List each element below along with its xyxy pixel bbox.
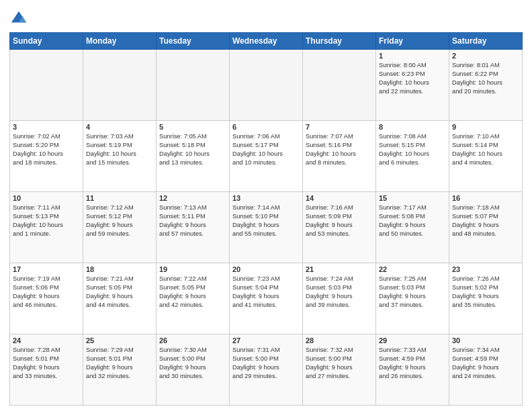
day-number: 2 bbox=[452, 52, 519, 60]
calendar-cell: 12Sunrise: 7:13 AM Sunset: 5:11 PM Dayli… bbox=[157, 192, 230, 263]
calendar-cell: 14Sunrise: 7:16 AM Sunset: 5:09 PM Dayli… bbox=[303, 192, 376, 263]
calendar-header-sunday: Sunday bbox=[10, 33, 83, 50]
calendar-cell: 18Sunrise: 7:21 AM Sunset: 5:05 PM Dayli… bbox=[83, 263, 157, 334]
cell-info: Sunrise: 7:07 AM Sunset: 5:16 PM Dayligh… bbox=[306, 132, 373, 167]
calendar-cell: 7Sunrise: 7:07 AM Sunset: 5:16 PM Daylig… bbox=[303, 121, 376, 192]
calendar-cell: 17Sunrise: 7:19 AM Sunset: 5:06 PM Dayli… bbox=[10, 263, 83, 334]
calendar-cell bbox=[10, 50, 83, 121]
cell-info: Sunrise: 7:32 AM Sunset: 5:00 PM Dayligh… bbox=[306, 346, 373, 381]
page: SundayMondayTuesdayWednesdayThursdayFrid… bbox=[0, 0, 532, 411]
calendar-cell: 25Sunrise: 7:29 AM Sunset: 5:01 PM Dayli… bbox=[83, 334, 157, 406]
calendar-week-row: 17Sunrise: 7:19 AM Sunset: 5:06 PM Dayli… bbox=[10, 263, 523, 334]
calendar-cell: 2Sunrise: 8:01 AM Sunset: 6:22 PM Daylig… bbox=[449, 50, 523, 121]
cell-info: Sunrise: 7:31 AM Sunset: 5:00 PM Dayligh… bbox=[232, 346, 300, 381]
day-number: 18 bbox=[86, 265, 153, 273]
cell-info: Sunrise: 7:26 AM Sunset: 5:02 PM Dayligh… bbox=[452, 275, 519, 310]
day-number: 28 bbox=[306, 336, 373, 345]
calendar-cell: 15Sunrise: 7:17 AM Sunset: 5:08 PM Dayli… bbox=[376, 192, 449, 263]
calendar-cell: 27Sunrise: 7:31 AM Sunset: 5:00 PM Dayli… bbox=[230, 334, 303, 406]
cell-info: Sunrise: 7:11 AM Sunset: 5:13 PM Dayligh… bbox=[13, 203, 80, 238]
day-number: 7 bbox=[306, 123, 373, 131]
calendar-header-friday: Friday bbox=[376, 33, 449, 50]
calendar-cell: 10Sunrise: 7:11 AM Sunset: 5:13 PM Dayli… bbox=[10, 192, 83, 263]
cell-info: Sunrise: 7:25 AM Sunset: 5:03 PM Dayligh… bbox=[379, 275, 446, 310]
cell-info: Sunrise: 7:02 AM Sunset: 5:20 PM Dayligh… bbox=[13, 132, 80, 167]
day-number: 27 bbox=[232, 336, 300, 345]
cell-info: Sunrise: 7:06 AM Sunset: 5:17 PM Dayligh… bbox=[232, 132, 300, 167]
cell-info: Sunrise: 7:34 AM Sunset: 4:59 PM Dayligh… bbox=[452, 346, 519, 381]
calendar-header-monday: Monday bbox=[83, 33, 157, 50]
cell-info: Sunrise: 8:01 AM Sunset: 6:22 PM Dayligh… bbox=[452, 61, 519, 96]
day-number: 25 bbox=[86, 336, 153, 345]
calendar-header-wednesday: Wednesday bbox=[230, 33, 303, 50]
cell-info: Sunrise: 7:29 AM Sunset: 5:01 PM Dayligh… bbox=[86, 346, 153, 381]
cell-info: Sunrise: 7:10 AM Sunset: 5:14 PM Dayligh… bbox=[452, 132, 519, 167]
calendar-week-row: 3Sunrise: 7:02 AM Sunset: 5:20 PM Daylig… bbox=[10, 121, 523, 192]
calendar-cell: 21Sunrise: 7:24 AM Sunset: 5:03 PM Dayli… bbox=[303, 263, 376, 334]
logo-icon bbox=[9, 9, 28, 28]
calendar-cell: 1Sunrise: 8:00 AM Sunset: 6:23 PM Daylig… bbox=[376, 50, 449, 121]
calendar-cell: 8Sunrise: 7:08 AM Sunset: 5:15 PM Daylig… bbox=[376, 121, 449, 192]
calendar-cell bbox=[157, 50, 230, 121]
day-number: 26 bbox=[159, 336, 226, 345]
calendar-week-row: 24Sunrise: 7:28 AM Sunset: 5:01 PM Dayli… bbox=[10, 334, 523, 406]
calendar-cell: 13Sunrise: 7:14 AM Sunset: 5:10 PM Dayli… bbox=[230, 192, 303, 263]
day-number: 5 bbox=[159, 123, 226, 131]
day-number: 30 bbox=[452, 336, 519, 345]
day-number: 11 bbox=[86, 194, 153, 202]
calendar-cell: 4Sunrise: 7:03 AM Sunset: 5:19 PM Daylig… bbox=[83, 121, 157, 192]
cell-info: Sunrise: 7:22 AM Sunset: 5:05 PM Dayligh… bbox=[159, 275, 226, 310]
calendar-cell: 16Sunrise: 7:18 AM Sunset: 5:07 PM Dayli… bbox=[449, 192, 523, 263]
cell-info: Sunrise: 7:12 AM Sunset: 5:12 PM Dayligh… bbox=[86, 203, 153, 238]
calendar-cell bbox=[230, 50, 303, 121]
cell-info: Sunrise: 7:17 AM Sunset: 5:08 PM Dayligh… bbox=[379, 203, 446, 238]
cell-info: Sunrise: 7:03 AM Sunset: 5:19 PM Dayligh… bbox=[86, 132, 153, 167]
calendar-table: SundayMondayTuesdayWednesdayThursdayFrid… bbox=[9, 32, 523, 406]
calendar-cell: 23Sunrise: 7:26 AM Sunset: 5:02 PM Dayli… bbox=[449, 263, 523, 334]
calendar-cell: 29Sunrise: 7:33 AM Sunset: 4:59 PM Dayli… bbox=[376, 334, 449, 406]
cell-info: Sunrise: 7:18 AM Sunset: 5:07 PM Dayligh… bbox=[452, 203, 519, 238]
day-number: 16 bbox=[452, 194, 519, 202]
cell-info: Sunrise: 7:28 AM Sunset: 5:01 PM Dayligh… bbox=[13, 346, 80, 381]
calendar-cell: 19Sunrise: 7:22 AM Sunset: 5:05 PM Dayli… bbox=[157, 263, 230, 334]
calendar-cell: 30Sunrise: 7:34 AM Sunset: 4:59 PM Dayli… bbox=[449, 334, 523, 406]
day-number: 6 bbox=[232, 123, 300, 131]
calendar-header-tuesday: Tuesday bbox=[157, 33, 230, 50]
calendar-cell: 11Sunrise: 7:12 AM Sunset: 5:12 PM Dayli… bbox=[83, 192, 157, 263]
cell-info: Sunrise: 7:23 AM Sunset: 5:04 PM Dayligh… bbox=[232, 275, 300, 310]
day-number: 8 bbox=[379, 123, 446, 131]
cell-info: Sunrise: 7:14 AM Sunset: 5:10 PM Dayligh… bbox=[232, 203, 300, 238]
day-number: 1 bbox=[379, 52, 446, 60]
calendar-cell: 3Sunrise: 7:02 AM Sunset: 5:20 PM Daylig… bbox=[10, 121, 83, 192]
day-number: 23 bbox=[452, 265, 519, 273]
calendar-cell: 20Sunrise: 7:23 AM Sunset: 5:04 PM Dayli… bbox=[230, 263, 303, 334]
cell-info: Sunrise: 7:33 AM Sunset: 4:59 PM Dayligh… bbox=[379, 346, 446, 381]
calendar-week-row: 10Sunrise: 7:11 AM Sunset: 5:13 PM Dayli… bbox=[10, 192, 523, 263]
day-number: 20 bbox=[232, 265, 300, 273]
calendar-cell: 22Sunrise: 7:25 AM Sunset: 5:03 PM Dayli… bbox=[376, 263, 449, 334]
day-number: 24 bbox=[13, 336, 80, 345]
day-number: 13 bbox=[232, 194, 300, 202]
logo bbox=[9, 9, 31, 28]
calendar-week-row: 1Sunrise: 8:00 AM Sunset: 6:23 PM Daylig… bbox=[10, 50, 523, 121]
day-number: 19 bbox=[159, 265, 226, 273]
calendar-cell: 26Sunrise: 7:30 AM Sunset: 5:00 PM Dayli… bbox=[157, 334, 230, 406]
calendar-cell: 5Sunrise: 7:05 AM Sunset: 5:18 PM Daylig… bbox=[157, 121, 230, 192]
day-number: 9 bbox=[452, 123, 519, 131]
cell-info: Sunrise: 7:16 AM Sunset: 5:09 PM Dayligh… bbox=[306, 203, 373, 238]
day-number: 29 bbox=[379, 336, 446, 345]
calendar-cell: 6Sunrise: 7:06 AM Sunset: 5:17 PM Daylig… bbox=[230, 121, 303, 192]
cell-info: Sunrise: 7:21 AM Sunset: 5:05 PM Dayligh… bbox=[86, 275, 153, 310]
day-number: 10 bbox=[13, 194, 80, 202]
calendar-cell bbox=[83, 50, 157, 121]
day-number: 3 bbox=[13, 123, 80, 131]
day-number: 4 bbox=[86, 123, 153, 131]
day-number: 14 bbox=[306, 194, 373, 202]
day-number: 15 bbox=[379, 194, 446, 202]
cell-info: Sunrise: 7:30 AM Sunset: 5:00 PM Dayligh… bbox=[159, 346, 226, 381]
calendar-cell: 24Sunrise: 7:28 AM Sunset: 5:01 PM Dayli… bbox=[10, 334, 83, 406]
cell-info: Sunrise: 7:08 AM Sunset: 5:15 PM Dayligh… bbox=[379, 132, 446, 167]
cell-info: Sunrise: 7:05 AM Sunset: 5:18 PM Dayligh… bbox=[159, 132, 226, 167]
day-number: 12 bbox=[159, 194, 226, 202]
day-number: 21 bbox=[306, 265, 373, 273]
